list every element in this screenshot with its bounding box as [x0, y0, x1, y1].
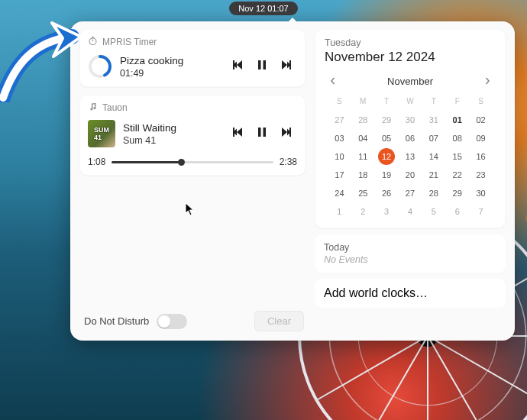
- calendar-dow: S: [328, 94, 351, 110]
- track-artist: Sum 41: [123, 135, 224, 146]
- panel-footer: Do Not Disturb Clear: [79, 306, 306, 333]
- calendar-day-today[interactable]: 12: [378, 148, 395, 165]
- events-heading: Today: [324, 242, 496, 253]
- calendar-day[interactable]: 09: [469, 130, 493, 147]
- world-clocks-card[interactable]: Add world clocks…: [315, 279, 506, 308]
- calendar-dow: T: [422, 94, 445, 110]
- month-label: November: [387, 76, 433, 87]
- notification-calendar-panel: MPRIS Timer Pizza cooking 01:49: [70, 21, 515, 341]
- calendar-day[interactable]: 29: [445, 185, 469, 202]
- calendar-day[interactable]: 31: [422, 111, 445, 128]
- calendar-day[interactable]: 4: [399, 203, 422, 220]
- calendar-day[interactable]: 25: [351, 185, 375, 202]
- annotation-arrow: [0, 18, 90, 102]
- calendar-day[interactable]: 5: [422, 203, 445, 220]
- calendar-day[interactable]: 01: [445, 111, 469, 128]
- calendar-day[interactable]: 6: [445, 203, 469, 220]
- music-app-name: Tauon: [102, 102, 128, 113]
- clear-button[interactable]: Clear: [254, 311, 304, 331]
- calendar-day[interactable]: 20: [399, 166, 422, 183]
- timer-title: Pizza cooking: [120, 55, 224, 66]
- music-note-icon: [88, 102, 98, 114]
- calendar-day[interactable]: 13: [399, 148, 422, 165]
- calendar-day[interactable]: 07: [422, 130, 445, 147]
- timer-card[interactable]: MPRIS Timer Pizza cooking 01:49: [79, 29, 306, 87]
- full-date: November 12 2024: [325, 50, 496, 65]
- svg-rect-12: [289, 128, 291, 137]
- calendar-dow: F: [445, 94, 469, 110]
- elapsed-time: 1:08: [88, 157, 105, 167]
- svg-rect-8: [289, 60, 291, 69]
- calendar-day[interactable]: 30: [399, 111, 422, 128]
- calendar-day[interactable]: 24: [328, 185, 351, 202]
- calendar-day[interactable]: 21: [422, 166, 445, 183]
- track-title: Still Waiting: [123, 122, 224, 134]
- dnd-toggle[interactable]: [157, 314, 187, 329]
- calendar-day[interactable]: 17: [328, 166, 351, 183]
- calendar-dow: W: [399, 94, 422, 110]
- calendar-day[interactable]: 26: [375, 185, 399, 202]
- total-time: 2:38: [280, 157, 297, 167]
- weekday-label: Tuesday: [325, 37, 496, 48]
- calendar-day[interactable]: 18: [351, 166, 375, 183]
- calendar-day[interactable]: 06: [399, 130, 422, 147]
- svg-rect-7: [264, 60, 267, 69]
- pause-icon[interactable]: [256, 60, 268, 73]
- calendar-day[interactable]: 03: [328, 130, 351, 147]
- next-icon[interactable]: [280, 127, 293, 141]
- calendar-day[interactable]: 16: [469, 148, 493, 165]
- date-calendar-card: Tuesday November 12 2024 November SMTWTF…: [315, 29, 506, 228]
- clock-pill[interactable]: Nov 12 01:07: [229, 2, 297, 15]
- panel-arrow-tip: [288, 18, 297, 22]
- calendar-day[interactable]: 27: [399, 185, 422, 202]
- svg-rect-11: [264, 128, 267, 137]
- calendar-day[interactable]: 28: [351, 111, 375, 128]
- calendar-day[interactable]: 29: [375, 111, 399, 128]
- calendar-day[interactable]: 2: [351, 203, 375, 220]
- calendar-dow: M: [351, 94, 375, 110]
- calendar-day[interactable]: 3: [375, 203, 399, 220]
- calendar-day[interactable]: 11: [351, 148, 375, 165]
- next-month-icon[interactable]: [483, 74, 491, 88]
- calendar-day[interactable]: 7: [469, 203, 493, 220]
- dnd-label: Do Not Disturb: [84, 315, 149, 327]
- calendar-day[interactable]: 30: [469, 185, 493, 202]
- svg-rect-1: [92, 37, 93, 38]
- top-bar: Nov 12 01:07: [0, 0, 527, 17]
- calendar-day[interactable]: 27: [328, 111, 351, 128]
- previous-icon[interactable]: [231, 60, 244, 73]
- calendar-day[interactable]: 28: [422, 185, 445, 202]
- calendar-day[interactable]: 19: [375, 166, 399, 183]
- calendar-day[interactable]: 05: [375, 130, 399, 147]
- calendar-day[interactable]: 1: [328, 203, 351, 220]
- calendar-day[interactable]: 10: [328, 148, 351, 165]
- calendar-day[interactable]: 14: [422, 148, 445, 165]
- svg-rect-6: [258, 60, 261, 69]
- calendar-day[interactable]: 04: [351, 130, 375, 147]
- seek-bar[interactable]: [112, 161, 273, 163]
- music-card[interactable]: Tauon SUM41 Still Waiting Sum 41 1:08: [79, 95, 306, 176]
- calendar-dow: S: [469, 94, 493, 110]
- svg-rect-10: [258, 128, 261, 137]
- next-icon[interactable]: [280, 60, 293, 73]
- previous-icon[interactable]: [231, 127, 244, 141]
- calendar-day[interactable]: 15: [445, 148, 469, 165]
- pause-icon[interactable]: [256, 127, 268, 141]
- events-card[interactable]: Today No Events: [315, 234, 506, 273]
- notifications-column: MPRIS Timer Pizza cooking 01:49: [79, 29, 306, 333]
- calendar-day[interactable]: 23: [469, 166, 493, 183]
- mouse-cursor-icon: [185, 202, 196, 219]
- album-art: SUM41: [88, 120, 115, 147]
- calendar-day[interactable]: 08: [445, 130, 469, 147]
- timer-app-name: MPRIS Timer: [102, 37, 157, 47]
- calendar-column: Tuesday November 12 2024 November SMTWTF…: [315, 29, 506, 333]
- events-none: No Events: [324, 254, 496, 265]
- world-clocks-label: Add world clocks…: [324, 286, 428, 299]
- calendar-day[interactable]: 02: [469, 111, 493, 128]
- calendar-dow: T: [375, 94, 399, 110]
- calendar-day[interactable]: 22: [445, 166, 469, 183]
- timer-progress-ring: [88, 54, 112, 79]
- calendar-grid[interactable]: SMTWTFS272829303101020304050607080910111…: [325, 92, 496, 226]
- timer-remaining: 01:49: [120, 68, 224, 79]
- prev-month-icon[interactable]: [329, 74, 337, 88]
